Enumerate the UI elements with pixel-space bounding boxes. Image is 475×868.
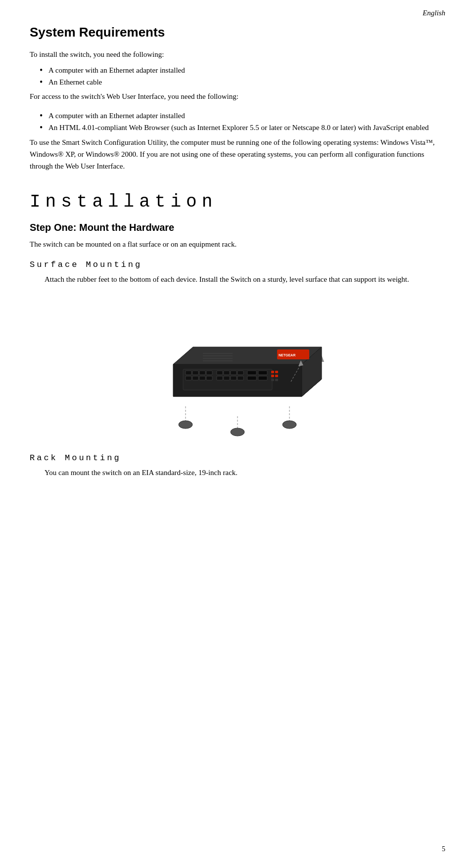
page-number: 5: [442, 845, 445, 853]
svg-text:NETGEAR: NETGEAR: [279, 353, 295, 357]
svg-rect-19: [199, 376, 205, 380]
rack-mounting-title: Rack Mounting: [30, 453, 445, 463]
svg-rect-38: [275, 379, 278, 381]
svg-rect-35: [271, 375, 274, 377]
svg-rect-26: [224, 376, 230, 380]
svg-rect-28: [238, 376, 243, 380]
svg-point-1: [179, 421, 192, 429]
language-label: English: [423, 9, 445, 17]
svg-rect-37: [271, 379, 274, 381]
bullet-item-3: A computer with an Ethernet adapter inst…: [40, 110, 445, 122]
system-requirements-intro: To install the switch, you need the foll…: [30, 49, 445, 60]
switch-image: NETGEAR: [30, 300, 445, 438]
bullet-item-4: An HTML 4.01-compliant Web Browser (such…: [40, 122, 445, 133]
svg-rect-15: [199, 371, 205, 375]
access-intro: For access to the switch's Web User Inte…: [30, 91, 445, 102]
svg-rect-17: [186, 376, 191, 380]
svg-rect-33: [271, 371, 274, 373]
bullet-item-1: A computer with an Ethernet adapter inst…: [40, 64, 445, 76]
svg-rect-20: [206, 376, 212, 380]
svg-rect-23: [231, 371, 237, 375]
step-one-intro: The switch can be mounted on a flat surf…: [30, 238, 445, 250]
svg-rect-14: [192, 371, 198, 375]
switch-svg: NETGEAR: [134, 300, 341, 438]
svg-rect-32: [258, 376, 267, 380]
surface-mounting-text: Attach the rubber feet to the bottom of …: [45, 273, 445, 285]
system-requirements-body: To use the Smart Switch Configuration Ut…: [30, 136, 445, 172]
svg-rect-22: [224, 371, 230, 375]
bullet-list-1: A computer with an Ethernet adapter inst…: [40, 64, 445, 88]
bullet-list-2: A computer with an Ethernet adapter inst…: [40, 110, 445, 133]
svg-rect-29: [247, 371, 256, 375]
svg-rect-31: [247, 376, 256, 380]
installation-title: Installation: [30, 192, 445, 212]
system-requirements-title: System Requirements: [30, 25, 445, 40]
svg-rect-25: [217, 376, 223, 380]
rack-mounting-text: You can mount the switch on an EIA stand…: [45, 467, 445, 478]
svg-rect-36: [275, 375, 278, 377]
svg-rect-16: [206, 371, 212, 375]
bullet-item-2: An Ethernet cable: [40, 76, 445, 88]
svg-point-3: [283, 421, 296, 429]
svg-rect-21: [217, 371, 223, 375]
svg-rect-34: [275, 371, 278, 373]
svg-rect-18: [192, 376, 198, 380]
svg-rect-13: [186, 371, 191, 375]
svg-point-5: [231, 428, 244, 436]
svg-rect-27: [231, 376, 237, 380]
step-one-title: Step One: Mount the Hardware: [30, 222, 445, 233]
svg-rect-24: [238, 371, 243, 375]
svg-rect-30: [258, 371, 267, 375]
surface-mounting-title: Surface Mounting: [30, 260, 445, 269]
